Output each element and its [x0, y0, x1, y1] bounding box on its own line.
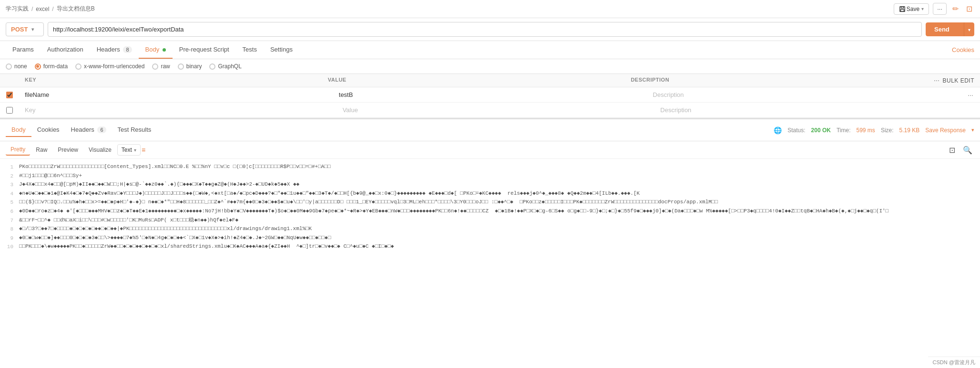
- resp-tab-headers-label: Headers: [71, 126, 94, 133]
- breadcrumb-sep-2: /: [52, 6, 53, 12]
- key-input[interactable]: [25, 91, 327, 98]
- value-input[interactable]: [339, 91, 642, 98]
- time-label: Time:: [837, 127, 851, 134]
- code-line: 8◆□/□3?□◆◆7□◆□□□□◆□◆□◆□◆□◆◆□◆□◆◆|◆PK□□□□…: [0, 225, 980, 234]
- line-number: 2: [4, 172, 19, 181]
- tab-params-label: Params: [12, 46, 34, 53]
- headers-badge: 8: [123, 46, 132, 53]
- format-visualize-button[interactable]: Visualize: [84, 145, 116, 155]
- send-dropdown-button[interactable]: ▾: [964, 22, 974, 36]
- response-code-area[interactable]: 1PKo□□□□□□□ZrW□□□□□□□□□□□□□□[Content_Typ…: [0, 159, 980, 255]
- code-line: 6◆0D◆◆□ro◆z□◆4◆ ◆'[◆□□□◆◆◆MHV◆□□z◆□◆T◆◆E…: [0, 207, 980, 216]
- tab-prerequest-label: Pre-request Script: [179, 46, 229, 53]
- format-type-select[interactable]: Text ▾: [117, 144, 141, 156]
- tab-prerequest[interactable]: Pre-request Script: [173, 41, 236, 59]
- resp-tab-test-results[interactable]: Test Results: [112, 123, 157, 137]
- description-input[interactable]: [653, 91, 956, 98]
- svg-rect-1: [901, 6, 903, 8]
- line-number: 7: [4, 216, 19, 225]
- empty-description-input[interactable]: [660, 106, 967, 114]
- empty-key-cell: [19, 103, 337, 117]
- body-type-raw[interactable]: raw: [152, 63, 170, 70]
- method-select[interactable]: POST ▾: [6, 22, 44, 36]
- cookies-link[interactable]: Cookies: [952, 42, 974, 58]
- resp-tab-test-label: Test Results: [118, 126, 152, 133]
- url-input[interactable]: [48, 22, 922, 37]
- send-wrap: Send ▾: [926, 22, 974, 36]
- tab-authorization-label: Authorization: [47, 46, 83, 53]
- breadcrumb-part-1[interactable]: 学习实践: [6, 5, 29, 13]
- body-type-formdata[interactable]: form-data: [35, 63, 68, 70]
- resp-headers-badge: 6: [97, 126, 106, 133]
- tab-settings-label: Settings: [270, 46, 293, 53]
- empty-key-input[interactable]: [25, 106, 331, 114]
- bulk-edit-button[interactable]: Bulk Edit: [942, 77, 974, 84]
- resp-tab-cookies[interactable]: Cookies: [31, 123, 65, 137]
- th-checkbox: [6, 77, 25, 84]
- empty-value-input[interactable]: [343, 106, 649, 114]
- send-button[interactable]: Send: [926, 22, 964, 36]
- format-pretty-button[interactable]: Pretty: [6, 144, 30, 156]
- empty-row-checkbox[interactable]: [6, 107, 13, 114]
- body-type-binary[interactable]: binary: [178, 63, 202, 70]
- tab-body[interactable]: Body: [139, 41, 173, 59]
- save-icon: [899, 6, 906, 12]
- tab-headers-label: Headers: [97, 46, 120, 53]
- globe-icon: 🌐: [774, 126, 782, 134]
- edit-button[interactable]: ✏: [950, 2, 960, 15]
- breadcrumb-part-2[interactable]: excel: [36, 6, 49, 12]
- method-label: POST: [11, 26, 28, 33]
- format-raw-button[interactable]: Raw: [31, 145, 52, 155]
- line-number: 6: [4, 207, 19, 216]
- breadcrumb: 学习实践 / excel / 导出文档信息B: [6, 5, 95, 13]
- row-more-icon: ···: [934, 77, 939, 84]
- save-chevron-icon: ▾: [921, 6, 924, 11]
- response-meta: 🌐 Status: 200 OK Time: 599 ms Size: 5.19…: [774, 126, 974, 134]
- body-type-none[interactable]: none: [6, 63, 27, 70]
- line-content: □□($}□□v?□IQ□.□□u%◆h◆□□x>=◆◆□◆p◆H□'◆-◆}□…: [19, 198, 718, 207]
- save-button[interactable]: Save ▾: [894, 3, 929, 15]
- tab-headers[interactable]: Headers 8: [90, 41, 139, 59]
- tab-tests-label: Tests: [243, 46, 257, 53]
- body-type-formdata-label: form-data: [43, 63, 68, 70]
- body-type-binary-label: binary: [186, 63, 202, 70]
- params-table-header: KEY VALUE DESCRIPTION ··· Bulk Edit: [0, 74, 980, 87]
- resp-tab-headers[interactable]: Headers 6: [65, 123, 112, 137]
- row-more-button[interactable]: ···: [965, 90, 976, 100]
- more-button[interactable]: ···: [933, 3, 947, 15]
- format-right-actions: ⊡ 🔍: [947, 145, 974, 156]
- request-tabs: Params Authorization Headers 8 Body Pre-…: [6, 41, 299, 59]
- search-response-button[interactable]: 🔍: [961, 145, 974, 156]
- tab-authorization[interactable]: Authorization: [41, 41, 90, 59]
- tab-params[interactable]: Params: [6, 41, 41, 59]
- code-line: 3J◆4X◆□□□x4◆□□@[□pM)◆II◆◆□◆◆□W□□;H|◆s□@-…: [0, 180, 980, 189]
- body-type-graphql[interactable]: GraphQL: [209, 63, 241, 70]
- code-line: 4◆n◆U◆□◆◆□◆1◆@I◆K4◆□◆7◆Q◆◆Zv◆Rav□◆Y□□□J◆…: [0, 189, 980, 199]
- response-tabs: Body Cookies Headers 6 Test Results: [6, 123, 157, 137]
- row-checkbox[interactable]: [6, 92, 13, 98]
- format-preview-button[interactable]: Preview: [53, 145, 83, 155]
- line-number: 10: [4, 242, 19, 252]
- tab-tests[interactable]: Tests: [236, 41, 264, 59]
- tab-settings[interactable]: Settings: [264, 41, 299, 59]
- body-type-urlencoded[interactable]: x-www-form-urlencoded: [75, 63, 144, 70]
- save-response-button[interactable]: Save Response: [925, 127, 966, 134]
- status-label: Status:: [787, 127, 805, 134]
- copy-button[interactable]: ⊡: [964, 2, 974, 15]
- save-label: Save: [907, 6, 919, 12]
- copy-response-button[interactable]: ⊡: [947, 145, 957, 156]
- body-types-row: none form-data x-www-form-urlencoded raw…: [0, 59, 980, 74]
- url-bar: POST ▾ Send ▾: [0, 18, 980, 41]
- code-line: 7&□□rF~□□^◆ □□d%□aX□i□□\□□□#□w□□□□□'□K□M…: [0, 216, 980, 225]
- th-value: VALUE: [328, 77, 631, 84]
- wrap-lines-button[interactable]: ≡: [142, 146, 145, 154]
- code-line: 1PKo□□□□□□□ZrW□□□□□□□□□□□□□□[Content_Typ…: [0, 163, 980, 172]
- status-value: 200 OK: [811, 127, 831, 134]
- response-section: Body Cookies Headers 6 Test Results 🌐 St…: [0, 118, 980, 255]
- size-label: Size:: [881, 127, 894, 134]
- resp-tab-body[interactable]: Body: [6, 123, 31, 137]
- send-label: Send: [934, 26, 949, 33]
- line-content: #□□j1□□□@□□6n^□□□Sy+: [19, 172, 82, 180]
- body-type-none-label: none: [14, 63, 27, 70]
- save-response-chevron[interactable]: ▾: [971, 127, 974, 133]
